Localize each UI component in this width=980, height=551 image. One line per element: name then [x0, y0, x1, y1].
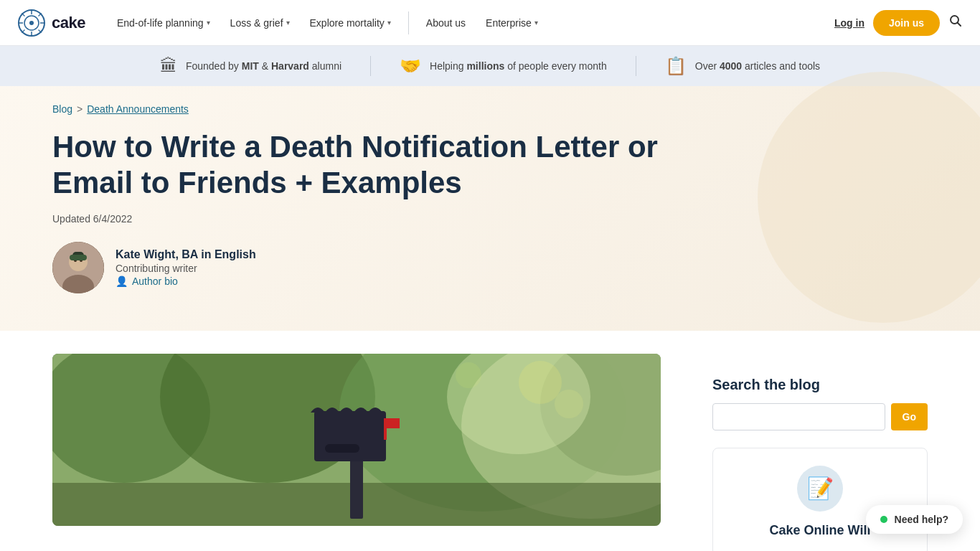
breadcrumb-separator: > [77, 103, 83, 115]
chat-label: Need help? [895, 514, 948, 525]
author-role: Contributing writer [116, 263, 256, 274]
nav-divider [408, 11, 409, 34]
article-body [52, 348, 712, 551]
breadcrumb-blog-link[interactable]: Blog [52, 103, 72, 115]
handshake-icon: 🤝 [400, 56, 421, 76]
chevron-down-icon: ▾ [534, 19, 538, 27]
svg-point-2 [29, 21, 34, 25]
featured-image [52, 354, 661, 526]
logo-link[interactable]: cake [17, 9, 85, 37]
main-column: Blog > Death Announcements How to Write … [52, 86, 712, 316]
banner-item-articles: 📋 Over 4000 articles and tools [636, 56, 849, 76]
chevron-down-icon: ▾ [387, 19, 391, 27]
author-avatar [52, 242, 104, 293]
author-bio-link[interactable]: 👤 Author bio [116, 276, 256, 287]
chat-bubble[interactable]: Need help? [866, 505, 963, 534]
logo-icon [17, 9, 46, 37]
navbar: cake End-of-life planning ▾ Loss & grief… [0, 0, 980, 46]
trust-banner: 🏛 Founded by MIT & Harvard alumni 🤝 Help… [0, 46, 980, 86]
articles-icon: 📋 [665, 56, 687, 76]
author-avatar-image [52, 242, 104, 293]
search-icon[interactable] [948, 14, 963, 32]
join-button[interactable]: Join us [873, 10, 940, 36]
institution-icon: 🏛 [160, 56, 177, 76]
breadcrumb-current[interactable]: Death Announcements [87, 103, 189, 115]
person-icon: 👤 [116, 276, 128, 287]
online-status-dot [880, 516, 887, 523]
nav-item-eol[interactable]: End-of-life planning ▾ [108, 11, 219, 34]
author-block: Kate Wight, BA in English Contributing w… [52, 242, 669, 293]
chevron-down-icon: ▾ [207, 19, 210, 27]
svg-rect-30 [325, 444, 359, 453]
svg-point-33 [519, 361, 562, 404]
author-name: Kate Wight, BA in English [116, 248, 256, 261]
search-blog-button[interactable]: Go [891, 403, 928, 430]
search-blog-input[interactable] [712, 403, 885, 430]
hero-area: Blog > Death Announcements How to Write … [0, 86, 980, 331]
document-icon: 📝 [807, 476, 834, 501]
nav-item-about[interactable]: About us [418, 11, 474, 34]
article-title: How to Write a Death Notification Letter… [52, 129, 669, 202]
breadcrumb: Blog > Death Announcements [52, 103, 669, 115]
nav-item-enterprise[interactable]: Enterprise ▾ [477, 11, 547, 34]
article-updated-date: Updated 6/4/2022 [52, 213, 669, 225]
nav-item-mortality[interactable]: Explore mortality ▾ [301, 11, 400, 34]
svg-rect-29 [314, 411, 386, 461]
svg-rect-32 [387, 418, 400, 428]
svg-rect-19 [70, 255, 87, 260]
main-content-area: Search the blog Go 📝 Cake Online Will [24, 331, 956, 551]
nav-item-loss[interactable]: Loss & grief ▾ [222, 11, 298, 34]
chevron-down-icon: ▾ [286, 19, 290, 27]
svg-point-35 [456, 362, 481, 388]
author-info: Kate Wight, BA in English Contributing w… [116, 248, 256, 287]
search-blog-widget: Search the blog Go [712, 377, 928, 430]
banner-item-founded: 🏛 Founded by MIT & Harvard alumni [131, 56, 370, 76]
sidebar-card-will: 📝 Cake Online Will [712, 448, 928, 551]
nav-items: End-of-life planning ▾ Loss & grief ▾ Ex… [108, 11, 834, 34]
search-blog-title: Search the blog [712, 377, 928, 393]
login-button[interactable]: Log in [834, 17, 864, 29]
search-blog-form: Go [712, 403, 928, 430]
svg-point-34 [555, 390, 583, 418]
sidebar-card-icon: 📝 [797, 466, 843, 512]
svg-line-12 [958, 23, 961, 27]
svg-rect-31 [384, 418, 387, 440]
nav-actions: Log in Join us [834, 10, 963, 36]
banner-item-helping: 🤝 Helping millions of people every month [370, 56, 636, 76]
logo-text: cake [52, 14, 85, 32]
